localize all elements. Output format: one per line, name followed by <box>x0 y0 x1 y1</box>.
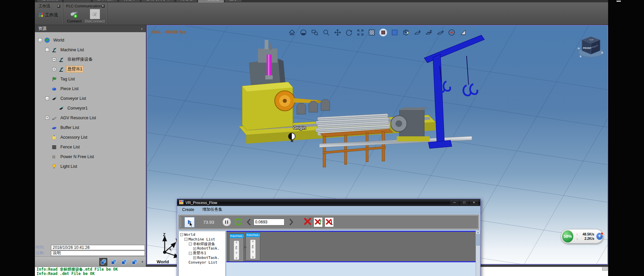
menu-item[interactable]: Create <box>182 207 194 212</box>
tree-item[interactable]: +Fence List <box>35 142 146 152</box>
dialog-tree-item[interactable]: -悬臂吊1 <box>179 251 225 256</box>
fit-icon[interactable] <box>356 28 365 37</box>
pan-icon[interactable] <box>333 28 342 37</box>
dialog-tree-item[interactable]: +RobotTask. <box>179 246 225 251</box>
ribbon-tab[interactable]: 传送带 <box>119 0 140 2</box>
task-progress-slider[interactable]: 00%00 <box>250 239 256 259</box>
tree-toggle-icon[interactable]: + <box>193 256 196 259</box>
step-back-icon[interactable] <box>247 218 251 226</box>
ribbon-tab[interactable]: 运动机构 <box>37 0 62 2</box>
tree-item[interactable]: +非标焊接设备 <box>35 55 146 64</box>
nav-ring-s[interactable]: S <box>580 55 582 58</box>
section-box-icon[interactable] <box>402 28 410 37</box>
clip-plane-x-icon[interactable] <box>413 28 422 37</box>
workflow-button[interactable]: 工作流 <box>39 12 61 18</box>
ribbon-tab[interactable]: 传送链 <box>176 0 197 2</box>
step-value-input[interactable] <box>254 219 284 225</box>
stop-button[interactable] <box>304 217 312 227</box>
loop-button[interactable] <box>233 217 243 227</box>
home-icon[interactable] <box>288 28 296 37</box>
dialog-tree-item[interactable]: -非标焊接设备 <box>179 242 225 247</box>
task-canvas[interactable]: RobotTask.100%00RobotTask.100%00 ▶ <box>226 231 476 276</box>
close-button[interactable]: × <box>470 200 478 205</box>
tree-toggle-icon[interactable]: + <box>193 247 196 250</box>
dialog-launcher-icon[interactable] <box>102 5 105 8</box>
tree-item[interactable]: +Accessory List <box>35 132 146 142</box>
nav-ring-w[interactable]: W <box>578 47 580 50</box>
tree-item[interactable]: +Light List <box>35 161 146 171</box>
connect-button[interactable]: Connect <box>67 9 82 23</box>
disconnect-button[interactable]: DisConnect <box>85 9 105 23</box>
play-button[interactable] <box>184 217 195 227</box>
measure-icon[interactable] <box>459 28 467 37</box>
minimize-button[interactable]: ─ <box>450 200 459 205</box>
layer-view-button[interactable] <box>110 258 118 266</box>
nav-ring-e[interactable]: E <box>601 51 603 54</box>
tree-item[interactable]: +悬臂吊1 <box>35 64 146 74</box>
step-forward-icon[interactable] <box>289 218 293 226</box>
shaded-icon[interactable] <box>379 28 387 37</box>
window-minimize-remnant[interactable] <box>616 1 621 2</box>
ribbon-tab[interactable]: 基本对象 <box>92 0 118 2</box>
tree-item[interactable]: -Conveyor List <box>35 93 146 103</box>
task-progress-slider[interactable]: 00%00 <box>234 240 239 260</box>
tree-toggle-icon[interactable]: - <box>38 38 42 42</box>
tree-toggle-icon[interactable]: - <box>45 48 49 52</box>
orbit-icon[interactable] <box>299 28 308 37</box>
menu-item[interactable]: 增加任务集 <box>202 207 222 212</box>
tree-item[interactable]: +Piece List <box>35 84 146 93</box>
layer-view-button[interactable] <box>120 258 128 266</box>
tree-item[interactable]: +Tag List <box>35 74 146 84</box>
net-percent-badge[interactable]: 59% <box>561 230 574 243</box>
tree-item[interactable]: -Machine List <box>35 45 146 55</box>
scroll-up-icon[interactable]: ▲ <box>477 231 479 233</box>
tree-toggle-icon[interactable]: - <box>180 233 183 236</box>
stop-line-button[interactable] <box>325 217 334 227</box>
layerbar-caret-icon[interactable]: ▾ <box>142 260 143 264</box>
tree-toggle-icon[interactable]: - <box>189 252 192 255</box>
tree-toggle-icon[interactable]: - <box>45 96 49 100</box>
task-block[interactable]: RobotTask.100%00 <box>229 233 244 262</box>
collapse-arrow-icon[interactable]: ‹ <box>141 27 143 30</box>
dialog-tree-item[interactable]: +Conveyor List <box>179 260 225 265</box>
zoom-icon[interactable] <box>322 28 330 37</box>
wireframe-icon[interactable] <box>368 28 376 37</box>
tree-item[interactable]: +Buffer List <box>35 123 146 132</box>
dialog-tree-item[interactable]: +RobotTask. <box>179 256 225 260</box>
note-input[interactable] <box>51 251 145 256</box>
pause-button[interactable] <box>222 218 231 226</box>
layer-view-button[interactable] <box>99 258 107 266</box>
navigation-cube[interactable]: S E W TOP FRONT RIGHT <box>577 34 605 61</box>
nav-face-top[interactable]: TOP <box>589 39 593 41</box>
ribbon-tab[interactable]: 自动导向小车 <box>141 0 175 2</box>
tree-toggle-icon[interactable]: + <box>52 67 56 71</box>
ribbon-tab[interactable]: 显示 <box>225 0 242 2</box>
net-plus-button[interactable]: + <box>596 233 603 240</box>
tree-item[interactable]: -World <box>35 35 146 45</box>
time-input[interactable] <box>51 245 145 250</box>
stop-task-button[interactable] <box>314 217 323 227</box>
layer-view-button[interactable] <box>130 258 139 266</box>
rotate-icon[interactable] <box>345 28 353 37</box>
dialog-launcher-icon[interactable] <box>57 5 60 8</box>
log-scroll-grip[interactable] <box>602 267 608 271</box>
tree-item[interactable]: +Conveyor1 <box>35 103 146 113</box>
tree-item[interactable]: +NPower N Free List <box>35 152 146 161</box>
dialog-titlebar[interactable]: VR_Process_Flow ─ □ × <box>177 199 480 206</box>
tree-toggle-icon[interactable]: + <box>52 58 56 61</box>
dialog-tree-item[interactable]: -World <box>179 232 225 237</box>
tree-toggle-icon[interactable]: - <box>189 243 192 246</box>
tree-item[interactable]: +AGV Resource List <box>35 113 146 123</box>
record-icon[interactable] <box>447 28 456 37</box>
solid-icon[interactable] <box>390 28 399 37</box>
task-block[interactable]: RobotTask.100%00 <box>246 232 260 261</box>
tree-toggle-icon[interactable]: - <box>184 238 187 241</box>
ribbon-tab[interactable]: 工艺流程 <box>198 0 224 2</box>
clip-plane-y-icon[interactable] <box>425 28 433 37</box>
dialog-tree-item[interactable]: -Machine List <box>179 237 225 242</box>
zoom-window-icon[interactable] <box>311 28 319 37</box>
net-speed-widget[interactable]: 59% ↑48.5K/s ↓2.2K/s + <box>561 229 603 244</box>
tree-toggle-icon[interactable]: + <box>45 116 49 120</box>
maximize-button[interactable]: □ <box>460 200 469 205</box>
vr-process-flow-dialog[interactable]: VR_Process_Flow ─ □ × Create增加任务集 73.93 <box>177 199 481 276</box>
